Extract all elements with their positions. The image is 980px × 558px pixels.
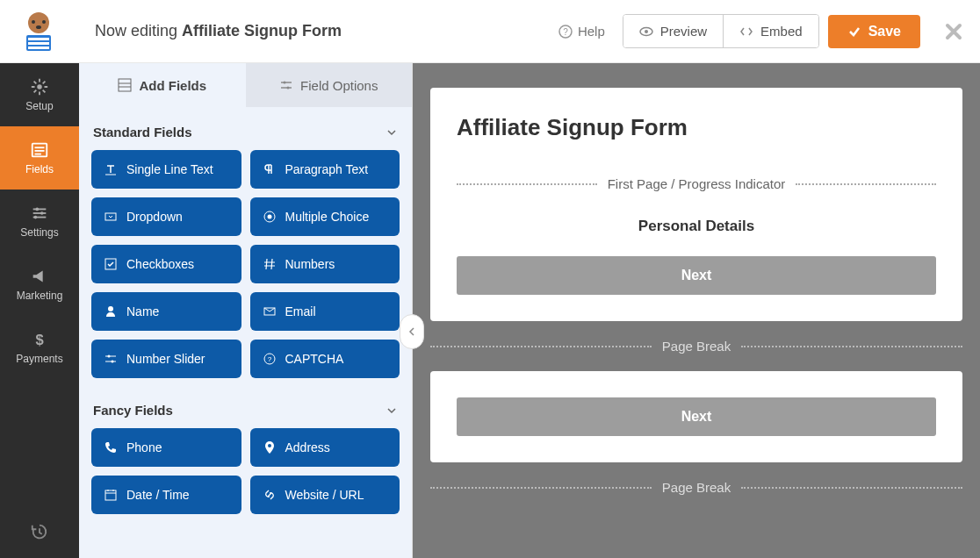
sliders-icon: [30, 204, 49, 223]
next-button[interactable]: Next: [457, 256, 936, 295]
svg-text:?: ?: [267, 355, 271, 363]
form-title[interactable]: Affiliate Signup Form: [457, 114, 936, 141]
pin-icon: [263, 440, 277, 454]
svg-point-11: [645, 30, 648, 33]
field-number-slider[interactable]: Number Slider: [91, 340, 241, 378]
fancy-fields-label: Fancy Fields: [93, 403, 173, 418]
form-page-1[interactable]: Affiliate Signup Form First Page / Progr…: [430, 88, 962, 321]
svg-point-20: [40, 211, 44, 215]
top-bar: Now editing Affiliate Signup Form ? Help…: [0, 0, 980, 63]
svg-point-28: [284, 82, 286, 84]
svg-rect-6: [28, 42, 49, 45]
save-button[interactable]: Save: [828, 15, 920, 48]
preview-button[interactable]: Preview: [623, 15, 724, 47]
chevron-down-icon: [386, 126, 398, 139]
calendar-icon: [104, 488, 118, 502]
fancy-fields-grid: Phone Address Date / Time Website / URL: [91, 428, 400, 514]
field-multiple-choice[interactable]: Multiple Choice: [250, 197, 400, 236]
field-dropdown[interactable]: Dropdown: [91, 197, 241, 236]
hash-icon: [263, 257, 277, 271]
close-button[interactable]: [945, 23, 962, 40]
eye-icon: [639, 25, 653, 39]
nav-settings[interactable]: Settings: [0, 190, 79, 253]
nav-fields-label: Fields: [25, 163, 54, 175]
svg-point-44: [268, 444, 271, 447]
field-single-line-text[interactable]: Single Line Text: [91, 150, 241, 189]
history-icon: [30, 522, 49, 541]
page-break-label: Page Break: [662, 480, 731, 495]
field-website-url[interactable]: Website / URL: [250, 476, 400, 514]
megaphone-icon: [30, 267, 49, 286]
tab-field-options[interactable]: Field Options: [246, 63, 413, 107]
form-name: Affiliate Signup Form: [182, 22, 342, 39]
page-break-1[interactable]: Page Break: [430, 339, 962, 354]
field-email[interactable]: Email: [250, 292, 400, 331]
progress-indicator-row[interactable]: First Page / Progress Indicator: [457, 176, 936, 191]
svg-text:$: $: [35, 332, 43, 347]
field-numbers[interactable]: Numbers: [250, 245, 400, 283]
page-break-2[interactable]: Page Break: [430, 480, 962, 495]
chevron-left-icon: [407, 326, 416, 338]
link-icon: [263, 488, 277, 502]
svg-point-34: [267, 215, 271, 219]
next-button[interactable]: Next: [457, 397, 936, 436]
svg-point-41: [112, 361, 114, 363]
nav-settings-label: Settings: [20, 226, 58, 239]
svg-point-22: [34, 216, 38, 219]
checkbox-icon: [104, 257, 118, 271]
standard-fields-header[interactable]: Standard Fields: [91, 121, 400, 150]
options-icon: [279, 78, 293, 92]
svg-point-1: [32, 20, 35, 24]
preview-label: Preview: [660, 24, 707, 39]
help-link[interactable]: ? Help: [550, 24, 614, 39]
fancy-fields-header[interactable]: Fancy Fields: [91, 399, 400, 428]
tab-options-label: Field Options: [300, 78, 378, 93]
field-checkboxes[interactable]: Checkboxes: [91, 245, 241, 283]
nav-payments[interactable]: $ Payments: [0, 316, 79, 379]
svg-point-3: [36, 25, 41, 29]
help-label: Help: [578, 24, 605, 39]
panel-collapse-handle[interactable]: [400, 314, 424, 349]
nav-marketing[interactable]: Marketing: [0, 253, 79, 316]
form-canvas[interactable]: Affiliate Signup Form First Page / Progr…: [413, 63, 980, 558]
preview-embed-group: Preview Embed: [623, 14, 819, 48]
form-page-2[interactable]: Next: [430, 371, 962, 462]
section-personal-details[interactable]: Personal Details: [457, 218, 936, 235]
nav-setup-label: Setup: [25, 100, 53, 112]
progress-label: First Page / Progress Indicator: [608, 176, 786, 191]
chevron-down-icon: [386, 404, 398, 417]
svg-rect-7: [28, 46, 49, 49]
nav-payments-label: Payments: [16, 353, 62, 365]
check-icon: [847, 25, 861, 39]
field-paragraph-text[interactable]: Paragraph Text: [250, 150, 400, 189]
field-address[interactable]: Address: [250, 428, 400, 467]
slider-icon: [104, 352, 118, 366]
page-break-label: Page Break: [662, 339, 731, 354]
text-icon: [104, 162, 118, 176]
left-nav: Setup Fields Settings Marketing $ Paymen…: [0, 63, 79, 558]
embed-button[interactable]: Embed: [724, 15, 818, 47]
tab-add-fields[interactable]: Add Fields: [79, 63, 246, 107]
svg-rect-45: [105, 490, 116, 500]
dropdown-icon: [104, 210, 118, 224]
nav-fields[interactable]: Fields: [0, 126, 79, 190]
form-icon: [30, 140, 49, 160]
standard-fields-grid: Single Line Text Paragraph Text Dropdown…: [91, 150, 400, 378]
gear-icon: [30, 77, 49, 97]
svg-point-18: [35, 208, 39, 211]
editing-prefix: Now editing: [95, 22, 182, 39]
code-icon: [739, 25, 753, 39]
help-icon: ?: [558, 25, 573, 39]
dollar-icon: $: [30, 330, 49, 349]
field-phone[interactable]: Phone: [91, 428, 241, 467]
nav-setup[interactable]: Setup: [0, 63, 79, 126]
field-name[interactable]: Name: [91, 292, 241, 331]
panel-tabs: Add Fields Field Options: [79, 63, 412, 107]
history-button[interactable]: [0, 505, 79, 558]
field-captcha[interactable]: ?CAPTCHA: [250, 340, 400, 378]
field-date-time[interactable]: Date / Time: [91, 476, 241, 514]
svg-point-12: [37, 84, 42, 89]
svg-point-0: [28, 12, 49, 33]
svg-rect-32: [105, 213, 116, 220]
phone-icon: [104, 440, 118, 454]
